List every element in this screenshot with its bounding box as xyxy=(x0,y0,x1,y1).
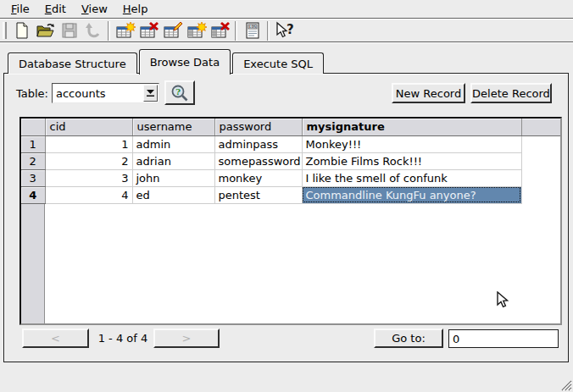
next-page-button[interactable]: > xyxy=(153,329,220,348)
undo-icon xyxy=(84,21,103,40)
whats-this-icon: ? xyxy=(274,21,296,40)
grid-filler xyxy=(521,186,560,203)
grid-cell-password[interactable]: pentest xyxy=(214,186,302,203)
delete-record-button[interactable]: Delete Record xyxy=(470,83,552,103)
browse-data-pane: Table: accounts ? New Record Delete Reco… xyxy=(3,73,569,362)
table-row: 33johnmonkeyI like the smell of confunk xyxy=(21,169,560,186)
row-header[interactable]: 3 xyxy=(21,169,45,186)
toolbar-drag-handle[interactable] xyxy=(3,22,7,39)
grid-filler xyxy=(521,152,560,169)
grid-cell-cid[interactable]: 4 xyxy=(45,186,132,203)
grid-cell-username[interactable]: john xyxy=(132,169,214,186)
toolbar: LOG ? xyxy=(0,19,573,42)
goto-record-input[interactable] xyxy=(448,329,559,348)
grid-cell-mysignature[interactable]: Zombie Films Rock!!! xyxy=(302,152,521,169)
create-table-icon xyxy=(115,21,136,40)
column-header-username[interactable]: username xyxy=(132,119,214,135)
svg-text:?: ? xyxy=(175,87,181,97)
grid-cell-username[interactable]: ed xyxy=(132,186,214,203)
grid-cell-mysignature[interactable]: I like the smell of confunk xyxy=(302,169,521,186)
delete-table-icon xyxy=(139,21,159,40)
grid-cell-username[interactable]: admin xyxy=(132,135,214,152)
grid-table: cidusernamepasswordmysignature 11adminad… xyxy=(21,119,560,204)
table-select-value: accounts xyxy=(53,87,143,100)
grid-cell-mysignature[interactable]: Monkey!!! xyxy=(302,135,521,152)
resize-grip[interactable] xyxy=(559,378,572,391)
new-database-button[interactable] xyxy=(10,20,33,41)
grid-body: 11adminadminpassMonkey!!!22adriansomepas… xyxy=(21,135,560,203)
svg-text:LOG: LOG xyxy=(249,25,257,29)
save-database-icon xyxy=(60,21,79,40)
tab-browse-data[interactable]: Browse Data xyxy=(139,49,231,75)
mouse-cursor xyxy=(497,291,509,309)
menu-edit[interactable]: Edit xyxy=(37,0,74,19)
grid-cell-password[interactable]: somepassword xyxy=(214,152,302,169)
undo-button[interactable] xyxy=(81,20,104,41)
toolbar-separator xyxy=(235,21,237,41)
grid-cell-username[interactable]: adrian xyxy=(132,152,214,169)
table-label: Table: xyxy=(16,87,48,100)
whats-this-button[interactable]: ? xyxy=(273,20,296,41)
svg-text:?: ? xyxy=(286,22,294,37)
new-database-icon xyxy=(13,21,31,40)
delete-index-icon xyxy=(210,21,231,40)
row-header[interactable]: 1 xyxy=(21,135,45,152)
grid-header-row: cidusernamepasswordmysignature xyxy=(21,119,560,135)
row-header[interactable]: 2 xyxy=(21,152,45,169)
create-index-button[interactable] xyxy=(185,20,208,41)
grid-cell-cid[interactable]: 3 xyxy=(45,169,132,186)
search-icon: ? xyxy=(169,83,191,103)
grid-cell-cid[interactable]: 2 xyxy=(45,152,132,169)
open-database-icon xyxy=(36,21,56,40)
grid-cell-mysignature[interactable]: Commandline KungFu anyone? xyxy=(302,186,521,203)
delete-index-button[interactable] xyxy=(209,20,231,41)
chevron-down-icon[interactable] xyxy=(143,85,158,102)
log-icon: LOG xyxy=(243,21,262,40)
column-header-mysignature[interactable]: mysignature xyxy=(302,119,521,135)
table-select[interactable]: accounts xyxy=(52,83,159,103)
row-header[interactable]: 4 xyxy=(21,186,45,203)
column-header-password[interactable]: password xyxy=(214,119,302,135)
grid-cell-password[interactable]: adminpass xyxy=(214,135,302,152)
grid-filler xyxy=(521,169,560,186)
tab-execute-sql[interactable]: Execute SQL xyxy=(232,52,324,74)
modify-table-button[interactable] xyxy=(161,20,184,41)
log-button[interactable]: LOG xyxy=(241,20,264,41)
toolbar-separator xyxy=(108,21,110,41)
tab-database-structure[interactable]: Database Structure xyxy=(8,52,137,74)
create-table-button[interactable] xyxy=(114,20,136,41)
goto-button[interactable]: Go to: xyxy=(374,329,443,348)
modify-table-icon xyxy=(163,21,183,40)
save-database-button[interactable] xyxy=(58,20,81,41)
previous-page-button[interactable]: < xyxy=(22,329,89,348)
search-button[interactable]: ? xyxy=(164,80,195,105)
app-window: File Edit View Help xyxy=(0,0,573,392)
table-row: 22adriansomepasswordZombie Films Rock!!! xyxy=(21,152,560,169)
data-grid: cidusernamepasswordmysignature 11adminad… xyxy=(19,117,562,325)
grid-empty-area xyxy=(21,204,560,324)
open-database-button[interactable] xyxy=(34,20,57,41)
tab-bar: Database Structure Browse Data Execute S… xyxy=(8,48,325,74)
table-row: 44edpentestCommandline KungFu anyone? xyxy=(21,186,560,203)
grid-filler xyxy=(521,135,560,152)
grid-cell-cid[interactable]: 1 xyxy=(45,135,132,152)
menu-file[interactable]: File xyxy=(3,0,37,19)
row-header-strip xyxy=(21,204,45,324)
menu-view[interactable]: View xyxy=(74,0,115,19)
delete-table-button[interactable] xyxy=(137,20,160,41)
menubar: File Edit View Help xyxy=(0,0,573,19)
column-header-cid[interactable]: cid xyxy=(45,119,132,135)
record-range-label: 1 - 4 of 4 xyxy=(92,332,153,345)
grid-corner-cell xyxy=(21,119,45,135)
column-header-filler xyxy=(521,119,560,135)
grid-cell-password[interactable]: monkey xyxy=(214,169,302,186)
create-index-icon xyxy=(186,21,207,40)
toolbar-separator xyxy=(267,21,270,41)
status-bar xyxy=(0,363,573,392)
table-row: 11adminadminpassMonkey!!! xyxy=(21,135,560,152)
menu-help[interactable]: Help xyxy=(115,0,156,19)
new-record-button[interactable]: New Record xyxy=(392,83,465,103)
